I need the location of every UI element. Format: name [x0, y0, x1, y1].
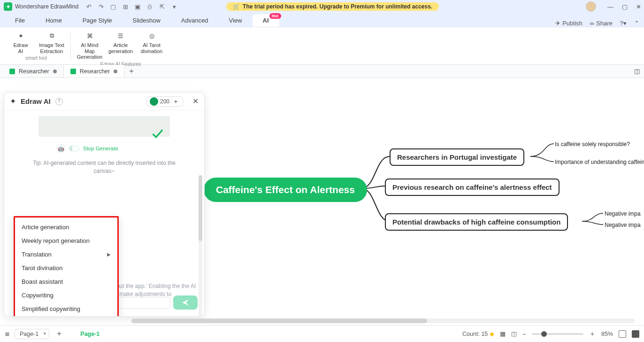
cart-icon: 🛒 — [233, 3, 240, 10]
doc-tab-label: Researcher — [19, 68, 49, 75]
close-panel-icon[interactable]: ✕ — [192, 97, 199, 106]
menu-bar: File Home Page Style Slideshow Advanced … — [0, 13, 644, 27]
popup-copywriting[interactable]: Copywriting — [15, 288, 117, 302]
token-counter: 200 ＋ — [146, 96, 183, 107]
token-count: 200 — [160, 98, 169, 105]
article-generation-button[interactable]: ☰Articlegeneration — [107, 29, 134, 60]
panel-layout-icon[interactable]: ◫ — [630, 65, 644, 78]
doc-tab-label: Researcher — [80, 68, 110, 75]
loader-icon — [69, 146, 79, 151]
scrollbar-thumb[interactable] — [131, 319, 427, 323]
presentation-icon[interactable] — [632, 330, 639, 338]
export-icon[interactable]: ⇱ — [158, 3, 166, 10]
add-tab-button[interactable]: ＋ — [124, 65, 138, 78]
minimize-icon[interactable]: — — [607, 3, 613, 10]
status-bar: ≣ Page-1 ＋ Page-1 Count: 15 ◆ ▦ ◫ − ＋ 85… — [0, 325, 644, 342]
outline-icon[interactable]: ≣ — [5, 330, 10, 337]
undo-icon[interactable]: ↶ — [85, 3, 92, 10]
zoom-in-button[interactable]: ＋ — [589, 330, 596, 338]
check-icon — [151, 128, 163, 140]
popup-translation[interactable]: Translation▶ — [15, 248, 117, 261]
tarot-icon: ◎ — [146, 30, 157, 41]
popup-boast[interactable]: Boast assistant — [15, 275, 117, 288]
open-icon[interactable]: ⊞ — [122, 3, 129, 10]
publish-button[interactable]: ✈ Publish — [555, 20, 583, 27]
menu-slideshow[interactable]: Slideshow — [123, 14, 171, 27]
count-label: Count: 15 ◆ — [462, 330, 494, 337]
root-node[interactable]: Caffeine's Effect on Alertness — [204, 178, 367, 202]
mindmap-icon: ⌘ — [84, 30, 95, 41]
ai-mindmap-button[interactable]: ⌘AI Mind MapGeneration — [77, 29, 103, 60]
menu-ai[interactable]: AI Hot — [253, 14, 279, 27]
ribbon: ✦EdrawAI ⧉Image TextExtraction smart too… — [0, 27, 644, 65]
add-page-button[interactable]: ＋ — [54, 329, 64, 339]
send-button[interactable] — [173, 295, 198, 310]
page-label[interactable]: Page-1 — [80, 331, 100, 337]
branch-node-1[interactable]: Researchers in Portugal investigate — [390, 148, 524, 166]
leaf-node-2[interactable]: Importance of understanding caffeine — [555, 159, 644, 165]
trial-banner[interactable]: 🛒 The trial period has expired. Upgrade … — [226, 2, 439, 11]
fullscreen-icon[interactable] — [619, 330, 626, 338]
ocr-icon: ⧉ — [46, 30, 57, 41]
leaf-node-4[interactable]: Negative impa — [605, 222, 641, 228]
new-icon[interactable]: ▢ — [109, 3, 117, 10]
branch-node-3[interactable]: Potential drawbacks of high caffeine con… — [385, 213, 568, 231]
doc-tab-1[interactable]: Researcher — [3, 65, 64, 78]
title-bar: ✦ Wondershare EdrawMind ↶ ↷ ▢ ⊞ ▣ ⎙ ⇱ ▾ … — [0, 0, 644, 13]
doc-tab-2[interactable]: Researcher — [64, 65, 125, 78]
menu-view[interactable]: View — [219, 14, 253, 27]
leaf-node-1[interactable]: Is caffeine solely responsible? — [555, 141, 630, 148]
ai-panel-header: ✦ Edraw AI ? 200 ＋ ✕ — [4, 93, 204, 110]
popup-article-generation[interactable]: Article generation — [15, 220, 117, 234]
ai-mode-popup: Article generation Weekly report generat… — [14, 216, 119, 316]
quick-access: ↶ ↷ ▢ ⊞ ▣ ⎙ ⇱ ▾ — [85, 3, 178, 10]
print-icon[interactable]: ⎙ — [146, 3, 153, 10]
qa-more-icon[interactable]: ▾ — [170, 3, 178, 10]
zoom-slider[interactable] — [532, 333, 583, 335]
ai-scrollbar[interactable] — [199, 175, 202, 316]
menu-home[interactable]: Home — [35, 14, 72, 27]
grid-view-icon[interactable]: ▦ — [500, 330, 506, 337]
ai-preview — [38, 116, 170, 137]
popup-weekly-report[interactable]: Weekly report generation — [15, 234, 117, 248]
popup-simplified-copywriting[interactable]: Simplified copywriting — [15, 302, 117, 316]
document-tabs: Researcher Researcher ＋ ◫ — [0, 65, 644, 78]
zoom-percent[interactable]: 85% — [601, 331, 613, 337]
unsaved-dot-icon — [114, 70, 117, 73]
branch-node-2[interactable]: Previous research on caffeine's alertnes… — [385, 179, 560, 196]
doc-icon — [9, 69, 15, 74]
user-avatar[interactable] — [586, 1, 596, 12]
help-icon[interactable]: ?▾ — [620, 20, 627, 27]
help-icon[interactable]: ? — [55, 98, 63, 105]
share-button[interactable]: ∞ Share — [590, 20, 613, 27]
image-text-extraction-button[interactable]: ⧉Image TextExtraction — [38, 29, 65, 54]
tarot-button[interactable]: ◎AI Tarotdivination — [138, 29, 165, 60]
maximize-icon[interactable]: ▢ — [622, 3, 628, 10]
bot-icon: 🤖 — [57, 144, 65, 153]
stop-generate-link[interactable]: Stop Generate — [83, 146, 118, 151]
menu-advanced[interactable]: Advanced — [171, 14, 219, 27]
collapse-ribbon-icon[interactable]: ⌃ — [634, 20, 639, 27]
leaf-node-3[interactable]: Negative impa — [605, 210, 641, 217]
save-icon[interactable]: ▣ — [134, 3, 141, 10]
canvas-h-scrollbar[interactable] — [131, 319, 635, 323]
edraw-ai-button[interactable]: ✦EdrawAI — [8, 29, 34, 54]
add-tokens-button[interactable]: ＋ — [171, 97, 180, 106]
fit-view-icon[interactable]: ◫ — [511, 330, 517, 337]
sparkle-icon: ✦ — [15, 30, 26, 41]
close-window-icon[interactable]: ✕ — [636, 3, 641, 10]
ai-tip-text: Tip: AI-generated content can be directl… — [25, 159, 184, 175]
article-icon: ☰ — [115, 30, 126, 41]
zoom-out-button[interactable]: − — [522, 330, 526, 338]
menu-file[interactable]: File — [5, 14, 35, 27]
menu-page-style[interactable]: Page Style — [72, 14, 123, 27]
chevron-right-icon: ▶ — [107, 252, 111, 257]
popup-tarot[interactable]: Tarot divination — [15, 261, 117, 275]
unsaved-dot-icon — [53, 70, 57, 73]
app-logo-icon: ✦ — [4, 2, 12, 11]
zoom-thumb[interactable] — [541, 331, 547, 337]
page-selector[interactable]: Page-1 — [15, 329, 49, 339]
redo-icon[interactable]: ↷ — [97, 3, 105, 10]
scrollbar-thumb[interactable] — [199, 175, 202, 241]
token-icon — [150, 97, 158, 106]
